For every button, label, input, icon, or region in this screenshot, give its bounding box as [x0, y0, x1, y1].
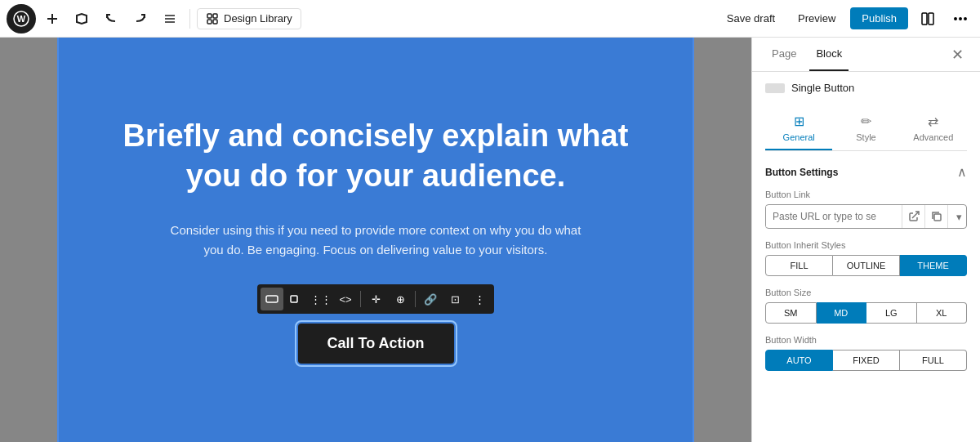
column-guide-left	[57, 38, 59, 442]
svg-rect-8	[213, 14, 217, 18]
width-auto-button[interactable]: AUTO	[765, 350, 833, 371]
sub-tab-style[interactable]: ✏ Style	[832, 107, 899, 150]
publish-button[interactable]: Publish	[850, 7, 908, 29]
style-icon: ✏	[861, 114, 871, 129]
button-settings-section-header: Button Settings ∧	[765, 164, 967, 180]
main-toolbar: W Design Library Save draft Preview Publ…	[0, 0, 980, 38]
copy-link-button[interactable]	[924, 205, 947, 228]
block-dots-button[interactable]: ⋮⋮	[310, 288, 332, 310]
general-icon: ⊞	[794, 114, 804, 129]
button-link-label: Button Link	[765, 190, 967, 199]
svg-point-13	[955, 17, 956, 19]
sub-tab-general[interactable]: ⊞ General	[765, 107, 832, 150]
block-type-button[interactable]	[261, 288, 283, 310]
sub-tabs: ⊞ General ✏ Style ⇄ Advanced	[765, 107, 967, 151]
button-width-label: Button Width	[765, 335, 967, 345]
svg-line-18	[912, 212, 919, 218]
design-library-button[interactable]: Design Library	[197, 8, 301, 29]
block-floating-toolbar: ⋮⋮ <> ✛ ⊕ 🔗 ⊡ ⋮	[257, 284, 494, 314]
svg-point-15	[964, 17, 966, 19]
tools-button[interactable]	[69, 6, 95, 32]
canvas: Briefly and concisely explain what you d…	[0, 38, 751, 442]
size-lg-button[interactable]: LG	[866, 302, 917, 324]
svg-point-14	[960, 17, 961, 19]
svg-rect-17	[291, 296, 297, 302]
button-width-group: AUTO FIXED FULL	[765, 350, 967, 371]
hero-heading: Briefly and concisely explain what you d…	[106, 116, 645, 197]
size-sm-button[interactable]: SM	[765, 302, 817, 324]
panel-tabs: Page Block ✕	[752, 38, 980, 72]
svg-rect-19	[934, 214, 941, 221]
redo-button[interactable]	[127, 6, 154, 32]
column-guide-right	[693, 38, 694, 442]
svg-rect-16	[266, 296, 278, 302]
block-insert-button[interactable]: ⊕	[389, 288, 412, 310]
width-full-button[interactable]: FULL	[900, 350, 967, 371]
inherit-fill-button[interactable]: FILL	[765, 255, 833, 276]
inherit-styles-group: FILL OUTLINE THEME	[765, 255, 967, 276]
undo-button[interactable]	[98, 6, 124, 32]
canvas-inner: Briefly and concisely explain what you d…	[57, 38, 694, 442]
block-toolbar-divider2	[415, 291, 416, 307]
save-draft-button[interactable]: Save draft	[719, 7, 783, 29]
toolbar-right: Save draft Preview Publish	[719, 6, 973, 32]
sub-tab-advanced-label: Advanced	[913, 132, 953, 142]
block-toolbar-divider	[360, 291, 361, 307]
tab-page[interactable]: Page	[765, 38, 803, 71]
block-link-button[interactable]: 🔗	[419, 288, 442, 310]
more-options-button[interactable]	[947, 6, 973, 32]
svg-rect-10	[213, 20, 217, 24]
hero-subtext: Consider using this if you need to provi…	[163, 221, 588, 260]
block-name-label: Single Button	[791, 82, 854, 94]
svg-rect-9	[207, 20, 212, 24]
collapse-button[interactable]: ∧	[957, 164, 967, 180]
sub-tab-general-label: General	[783, 132, 815, 142]
add-block-button[interactable]	[39, 6, 65, 32]
block-more-button[interactable]: ⋮	[468, 288, 491, 310]
width-fixed-button[interactable]: FIXED	[833, 350, 900, 371]
list-view-button[interactable]	[157, 6, 183, 32]
svg-rect-7	[207, 14, 212, 18]
toolbar-divider	[189, 9, 190, 29]
block-code-button[interactable]: <>	[334, 288, 357, 310]
block-align-button[interactable]	[285, 288, 308, 310]
single-button-icon	[765, 83, 785, 93]
button-link-input-group: ▾	[765, 204, 967, 229]
button-size-label: Button Size	[765, 288, 967, 297]
panel-close-button[interactable]: ✕	[948, 42, 967, 67]
inherit-outline-button[interactable]: OUTLINE	[833, 255, 900, 276]
inherit-theme-button[interactable]: THEME	[900, 255, 967, 276]
tab-block[interactable]: Block	[809, 38, 849, 71]
wp-logo: W	[7, 4, 36, 33]
design-library-label: Design Library	[224, 12, 292, 25]
svg-rect-12	[929, 13, 933, 25]
sub-tab-style-label: Style	[856, 132, 875, 142]
inherit-styles-label: Button Inherit Styles	[765, 240, 967, 250]
svg-text:W: W	[17, 14, 26, 24]
hero-section: Briefly and concisely explain what you d…	[106, 116, 645, 364]
block-plus-button[interactable]: ✛	[364, 288, 387, 310]
panel-body: Single Button ⊞ General ✏ Style ⇄ Advanc…	[752, 72, 980, 442]
size-md-button[interactable]: MD	[817, 302, 867, 324]
size-xl-button[interactable]: XL	[917, 302, 968, 324]
preview-button[interactable]: Preview	[790, 7, 844, 29]
link-dropdown-button[interactable]: ▾	[947, 205, 967, 228]
advanced-icon: ⇄	[928, 114, 938, 129]
open-link-button[interactable]	[902, 205, 924, 228]
cta-button[interactable]: Call To Action	[298, 324, 454, 364]
svg-rect-11	[922, 13, 927, 25]
button-settings-title: Button Settings	[765, 167, 838, 178]
block-header: Single Button	[765, 82, 967, 94]
main-area: Briefly and concisely explain what you d…	[0, 38, 980, 442]
right-panel: Page Block ✕ Single Button ⊞ General ✏ S…	[751, 38, 980, 442]
settings-toggle-button[interactable]	[915, 6, 941, 32]
button-link-input[interactable]	[766, 206, 902, 227]
block-image-button[interactable]: ⊡	[443, 288, 466, 310]
sub-tab-advanced[interactable]: ⇄ Advanced	[900, 107, 967, 150]
button-size-group: SM MD LG XL	[765, 302, 967, 324]
